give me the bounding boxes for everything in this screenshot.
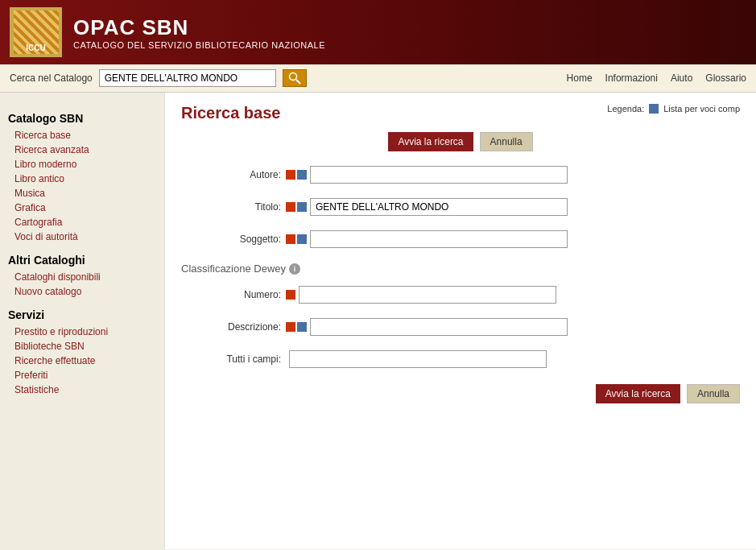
classificazione-header: Classificazione Dewey i xyxy=(181,263,740,275)
sidebar-item-grafica[interactable]: Grafica xyxy=(8,201,156,215)
tutti-campi-label: Tutti i campi: xyxy=(181,354,286,365)
search-left: Cerca nel Catalogo xyxy=(10,69,307,87)
titolo-red-icon xyxy=(286,202,295,212)
main-layout: Catalogo SBN Ricerca base Ricerca avanza… xyxy=(0,93,756,549)
titolo-icons xyxy=(286,202,307,212)
tutti-campi-input[interactable] xyxy=(289,350,547,368)
sidebar-item-cartografia[interactable]: Cartografia xyxy=(8,215,156,230)
sidebar-item-libro-antico[interactable]: Libro antico xyxy=(8,172,156,186)
numero-label: Numero: xyxy=(181,289,286,300)
titolo-label: Titolo: xyxy=(181,201,286,213)
legenda-label: Legenda: xyxy=(607,104,644,114)
bottom-button-row: Avvia la ricerca Annulla xyxy=(181,384,740,403)
descrizione-row: Descrizione: xyxy=(181,318,740,336)
soggetto-blue-icon xyxy=(297,234,307,244)
sidebar-item-prestito[interactable]: Prestito e riproduzioni xyxy=(8,325,156,339)
search-button[interactable] xyxy=(283,69,307,87)
logo-iccu-text: ICCU xyxy=(14,43,59,52)
sidebar-item-ricerche[interactable]: Ricerche effettuate xyxy=(8,354,156,368)
sidebar-item-nuovo-catalogo[interactable]: Nuovo catalogo xyxy=(8,284,156,299)
autore-blue-icon xyxy=(297,170,307,180)
sidebar-item-ricerca-avanzata[interactable]: Ricerca avanzata xyxy=(8,143,156,157)
site-subtitle: CATALOGO DEL SERVIZIO BIBLIOTECARIO NAZI… xyxy=(73,40,325,50)
legenda-text: Lista per voci comp xyxy=(663,104,740,114)
titolo-row: Titolo: xyxy=(181,198,740,216)
autore-row: Autore: xyxy=(181,166,740,184)
avvia-ricerca-bottom-button[interactable]: Avvia la ricerca xyxy=(596,384,680,403)
nav-glossario[interactable]: Glossario xyxy=(705,72,746,84)
top-button-row: Avvia la ricerca Annulla xyxy=(181,132,740,151)
numero-row: Numero: xyxy=(181,286,740,304)
annulla-top-button[interactable]: Annulla xyxy=(480,132,533,151)
svg-point-0 xyxy=(289,73,296,81)
annulla-bottom-button[interactable]: Annulla xyxy=(687,384,740,403)
soggetto-row: Soggetto: xyxy=(181,230,740,248)
sidebar-item-cataloghi[interactable]: Cataloghi disponibili xyxy=(8,270,156,284)
nav-home[interactable]: Home xyxy=(567,72,593,84)
descrizione-red-icon xyxy=(286,322,295,332)
avvia-ricerca-top-button[interactable]: Avvia la ricerca xyxy=(388,132,473,151)
numero-input[interactable] xyxy=(299,286,556,304)
sidebar-section-catalogo: Catalogo SBN xyxy=(8,112,156,125)
tutti-campi-row: Tutti i campi: xyxy=(181,350,740,368)
sidebar-item-libro-moderno[interactable]: Libro moderno xyxy=(8,157,156,172)
descrizione-blue-icon xyxy=(297,322,307,332)
soggetto-input[interactable] xyxy=(310,230,568,248)
header-titles: OPAC SBN CATALOGO DEL SERVIZIO BIBLIOTEC… xyxy=(73,15,325,50)
autore-label: Autore: xyxy=(181,169,286,180)
sidebar-item-biblioteche[interactable]: Biblioteche SBN xyxy=(8,339,156,354)
page-title: Ricerca base xyxy=(181,104,280,122)
search-label: Cerca nel Catalogo xyxy=(10,72,93,84)
header: ICCU OPAC SBN CATALOGO DEL SERVIZIO BIBL… xyxy=(0,0,756,64)
sidebar-item-voci-autorita[interactable]: Voci di autorità xyxy=(8,230,156,244)
svg-line-1 xyxy=(296,80,300,84)
descrizione-icons xyxy=(286,322,307,332)
autore-icons xyxy=(286,170,307,180)
logo-image: ICCU xyxy=(14,10,59,54)
search-input[interactable] xyxy=(99,69,276,87)
nav-aiuto[interactable]: Aiuto xyxy=(671,72,692,84)
soggetto-icons xyxy=(286,234,307,244)
numero-icons xyxy=(286,290,295,300)
sidebar-item-preferiti[interactable]: Preferiti xyxy=(8,368,156,383)
titolo-blue-icon xyxy=(297,202,307,212)
search-bar: Cerca nel Catalogo Home Informazioni Aiu… xyxy=(0,64,756,93)
nav-informazioni[interactable]: Informazioni xyxy=(605,72,658,84)
sidebar-item-ricerca-base[interactable]: Ricerca base xyxy=(8,128,156,143)
sidebar-section-servizi: Servizi xyxy=(8,308,156,321)
sidebar-item-musica[interactable]: Musica xyxy=(8,186,156,201)
titolo-input[interactable] xyxy=(310,198,568,216)
autore-red-icon xyxy=(286,170,295,180)
sidebar-item-statistiche[interactable]: Statistiche xyxy=(8,383,156,397)
nav-links: Home Informazioni Aiuto Glossario xyxy=(567,72,746,84)
legenda-icon xyxy=(649,104,659,114)
numero-red-icon xyxy=(286,290,295,300)
descrizione-label: Descrizione: xyxy=(181,321,286,333)
soggetto-red-icon xyxy=(286,234,295,244)
info-icon: i xyxy=(289,263,300,275)
site-title: OPAC SBN xyxy=(73,15,325,40)
sidebar: Catalogo SBN Ricerca base Ricerca avanza… xyxy=(0,93,165,549)
content-header: Ricerca base Legenda: Lista per voci com… xyxy=(181,104,740,122)
logo-box: ICCU xyxy=(10,7,62,57)
classificazione-label: Classificazione Dewey xyxy=(181,263,286,275)
sidebar-section-altri: Altri Cataloghi xyxy=(8,254,156,267)
soggetto-label: Soggetto: xyxy=(181,234,286,245)
search-icon xyxy=(288,72,301,85)
content-area: Ricerca base Legenda: Lista per voci com… xyxy=(165,93,756,549)
autore-input[interactable] xyxy=(310,166,568,184)
descrizione-input[interactable] xyxy=(310,318,568,336)
legenda: Legenda: Lista per voci comp xyxy=(607,104,740,114)
